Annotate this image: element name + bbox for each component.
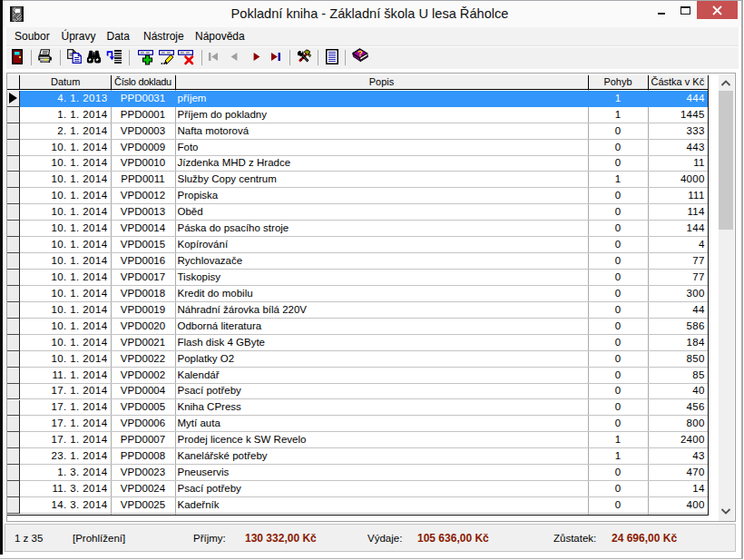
- svg-text:?: ?: [357, 48, 364, 58]
